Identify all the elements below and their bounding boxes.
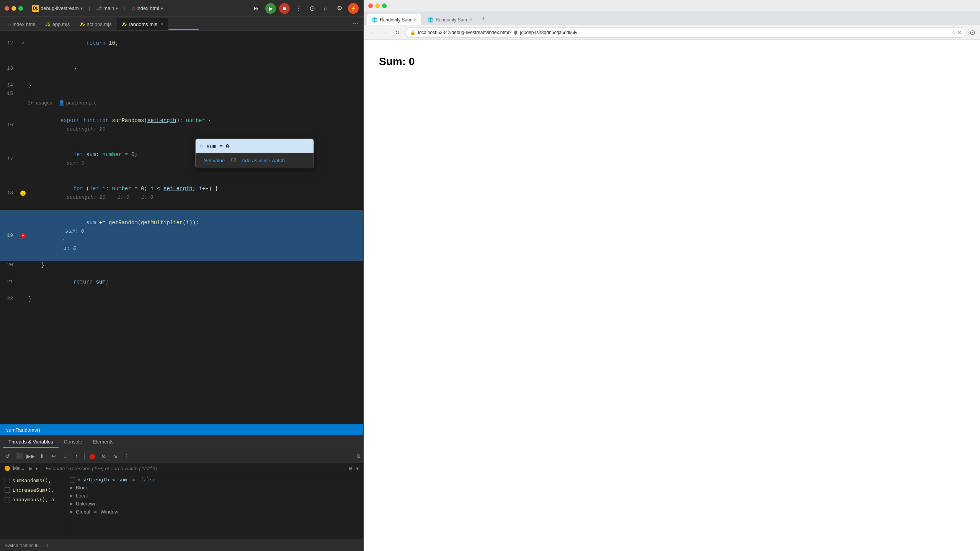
play-btn[interactable]: ▶ xyxy=(265,3,276,14)
tab-actions-mjs[interactable]: JS actions.mjs xyxy=(75,18,116,30)
tab-console[interactable]: Console xyxy=(59,437,88,448)
url-bar[interactable]: 🔒 localhost:63342/debug-livestream/index… xyxy=(405,28,967,37)
star-icon[interactable]: ☆ xyxy=(951,29,956,35)
account-btn[interactable]: ⊙ xyxy=(307,3,317,14)
stack-fn-1: increaseSum(), xyxy=(12,487,54,493)
expand-eval-btn[interactable]: ▾ xyxy=(356,465,359,471)
js-icon-randoms: JS xyxy=(122,22,127,26)
tab-close-randoms[interactable]: ✕ xyxy=(160,22,163,27)
browser-tab-close-2[interactable]: ✕ xyxy=(469,17,473,22)
pause-btn[interactable]: ⏸ xyxy=(38,452,47,461)
stack-checkbox-1 xyxy=(5,487,10,493)
breakpoints-btn[interactable]: ⬤ xyxy=(88,452,97,461)
code-area[interactable]: 12 ✓ return 10; 13 } 14 xyxy=(0,31,363,424)
stack-item-0[interactable]: sumRandoms(), xyxy=(0,476,65,485)
line-code-22: } xyxy=(27,295,363,303)
run-pause-btn[interactable]: ⏭ xyxy=(252,3,262,14)
ide-panel: DL debug-livestream ▾ | ⎇ main ▾ | ◇ ind… xyxy=(0,0,364,551)
settings-btn[interactable]: ⚙ xyxy=(334,3,345,14)
stack-item-2[interactable]: anonymous(), a xyxy=(0,495,65,504)
browser-tab-2[interactable]: 🌐 Randomly Sum ✕ xyxy=(423,14,478,25)
browser-tab-1[interactable]: 🌐 Randomly Sum ✕ xyxy=(367,14,422,25)
maximize-btn[interactable] xyxy=(18,6,23,11)
browser-refresh-btn[interactable]: ↻ xyxy=(393,28,402,37)
browser-tab-label-2: Randomly Sum xyxy=(436,17,467,23)
tab-more-btn[interactable]: ⋯ xyxy=(351,20,360,27)
eval-expression-input[interactable] xyxy=(46,466,345,471)
close-btn[interactable] xyxy=(5,6,9,11)
url-text: localhost:63342/debug-livestream/index.h… xyxy=(418,30,949,35)
filter-icon[interactable]: ⊟ xyxy=(29,466,33,471)
mute-btn[interactable]: ⊘ xyxy=(99,452,108,461)
browser-tab-close-1[interactable]: ✕ xyxy=(413,17,417,22)
minimize-btn[interactable] xyxy=(11,6,16,11)
warning-icon-18: 💡 xyxy=(20,191,26,196)
tab-randoms-mjs[interactable]: JS randoms.mjs ✕ xyxy=(117,18,168,30)
scope-block[interactable]: ▶ Block xyxy=(65,484,363,492)
scope-global[interactable]: ▶ Global = Window xyxy=(65,508,363,516)
gutter-19: ● xyxy=(19,233,27,238)
browser-tab-favicon-2: 🌐 xyxy=(428,17,433,23)
tab-elements[interactable]: Elements xyxy=(88,437,119,448)
filter-dropdown[interactable]: ▾ xyxy=(36,466,38,471)
brand-btn[interactable]: ⚡ xyxy=(348,3,359,14)
search-btn[interactable]: ⌕ xyxy=(320,3,331,14)
more-debug-btn[interactable]: ⋮ xyxy=(122,452,131,461)
html-icon: ◇ xyxy=(8,22,11,27)
switch-frames-close[interactable]: × xyxy=(46,543,48,548)
line-code-15 xyxy=(27,90,363,98)
browser-close-btn[interactable] xyxy=(368,3,373,8)
debug-panel: Threads & Variables Console Elements ↺ ⬛… xyxy=(0,435,363,551)
sep2: | xyxy=(124,5,125,11)
resume-btn[interactable]: ▶▶ xyxy=(26,452,35,461)
browser-forward-btn[interactable]: › xyxy=(381,28,390,37)
set-value-btn[interactable]: Set value xyxy=(200,156,229,165)
line-code-20: } xyxy=(27,261,363,269)
tab-index-html[interactable]: ◇ index.html xyxy=(3,18,40,30)
browser-minimize-btn[interactable] xyxy=(375,3,380,8)
switch-frames-label: Switch frames fr... xyxy=(5,543,41,548)
add-watch-btn[interactable]: ⊕ xyxy=(348,465,353,471)
frames-btn[interactable]: ↘ xyxy=(111,452,120,461)
browser-back-btn[interactable]: ‹ xyxy=(368,28,377,37)
expand-panel-btn[interactable]: ⧉ xyxy=(357,453,360,459)
line-code-13: } xyxy=(27,56,363,81)
inline-watch-btn[interactable]: Add as inline watch xyxy=(238,156,289,165)
step-out-btn[interactable]: ↑ xyxy=(72,452,81,461)
browser-profile-btn[interactable]: ⊙ xyxy=(970,28,975,37)
branch-item[interactable]: ⎇ main ▾ xyxy=(93,4,121,13)
browser-new-tab-btn[interactable]: + xyxy=(479,13,488,23)
step-over-btn[interactable]: ↩ xyxy=(49,452,58,461)
usages-count: 1+ usages xyxy=(28,99,52,108)
code-line-13: 13 } xyxy=(0,56,363,81)
browser-chrome: 🌐 Randomly Sum ✕ 🌐 Randomly Sum ✕ + ‹ › … xyxy=(364,0,980,40)
line-code-19: sum += getRandom(getMultiplier(i)); sum:… xyxy=(27,210,363,261)
tab-app-mjs[interactable]: JS app.mjs xyxy=(41,18,74,30)
file-dropdown: ▾ xyxy=(161,6,163,11)
branch-name: main xyxy=(103,5,114,11)
browser-titlebar xyxy=(364,0,980,11)
profile-icon[interactable]: ⊙ xyxy=(957,29,962,35)
scope-block-label: Block xyxy=(76,485,88,491)
scope-local[interactable]: ▶ Local xyxy=(65,492,363,500)
stop-btn[interactable]: ■ xyxy=(279,3,290,14)
scope-unknown[interactable]: ▶ Unknown xyxy=(65,500,363,508)
step-into-btn[interactable]: ↓ xyxy=(60,452,70,461)
tabs-bar: ◇ index.html JS app.mjs JS actions.mjs J… xyxy=(0,17,363,31)
code-line-18: 18 💡 for (let i: number = 0; i < setLeng… xyxy=(0,176,363,210)
file-item[interactable]: ◇ index.html ▾ xyxy=(129,4,166,13)
code-line-14: 14 } xyxy=(0,81,363,90)
tab-scroll-indicator xyxy=(168,29,199,30)
browser-maximize-btn[interactable] xyxy=(382,3,387,8)
check-icon-12: ✓ xyxy=(21,39,24,47)
stop-debug-btn[interactable]: ⬛ xyxy=(15,452,24,461)
line-code-14: } xyxy=(27,81,363,90)
user-icon: 👤 xyxy=(59,99,65,108)
stack-item-1[interactable]: increaseSum(), xyxy=(0,485,65,495)
variables-list: ⚙ setLength < sum = false ▶ Block ▶ Loca… xyxy=(65,474,363,540)
more-btn[interactable]: ⋮ xyxy=(293,3,304,14)
project-badge-item[interactable]: DL debug-livestream ▾ xyxy=(29,3,86,13)
restart-btn[interactable]: ↺ xyxy=(3,452,12,461)
tab-threads-variables[interactable]: Threads & Variables xyxy=(3,437,59,448)
popup-value-row: ⚙ sum = 0 xyxy=(196,139,314,153)
